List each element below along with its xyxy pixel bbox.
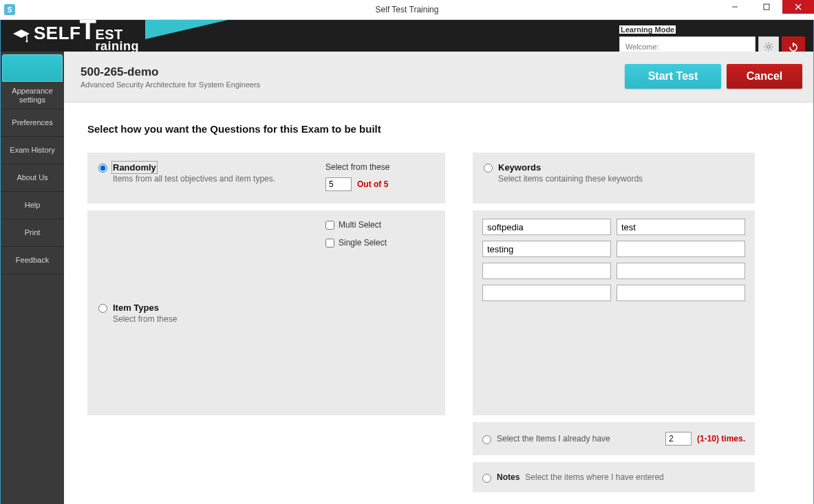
keyword-input-3[interactable] <box>482 241 611 257</box>
window-title: Self Test Training <box>0 5 814 14</box>
sidebar-item-help[interactable]: Help <box>1 192 64 219</box>
item-types-sub: Select from these <box>113 314 177 324</box>
notes-sub: Select the items where I have entered <box>525 472 663 482</box>
keyword-input-7[interactable] <box>482 285 611 301</box>
check-single-select[interactable] <box>325 239 334 248</box>
radio-randomly[interactable] <box>98 164 107 173</box>
keyword-input-2[interactable] <box>617 219 745 235</box>
option-item-types: Item Types Select from these <box>87 210 314 415</box>
radio-notes[interactable] <box>482 474 491 483</box>
keywords-sub: Select items containing these keywords <box>498 174 643 184</box>
option-randomly: Randomly Items from all test objectives … <box>87 153 314 204</box>
out-of-label: Out of 5 <box>357 179 388 189</box>
select-from-label: Select from these <box>325 162 434 172</box>
sidebar-item-print[interactable]: Print <box>1 219 64 247</box>
exam-subtitle: Advanced Security Architecture for Syste… <box>81 80 260 89</box>
content-header: 500-265-demo Advanced Security Architect… <box>64 52 813 102</box>
select-from-input[interactable] <box>325 177 352 191</box>
randomly-label: Randomly <box>113 162 156 173</box>
already-have-label: Select the Items I already have <box>497 434 610 443</box>
svg-point-7 <box>767 45 770 47</box>
sidebar-item-about[interactable]: About Us <box>1 164 64 192</box>
start-test-button[interactable]: Start Test <box>625 64 721 89</box>
already-have-input[interactable] <box>665 432 692 446</box>
logo: SELFTESTraining <box>12 20 139 52</box>
already-have-suffix: (1-10) times. <box>697 434 745 443</box>
keywords-inputs <box>473 210 755 415</box>
keyword-input-4[interactable] <box>617 241 745 257</box>
app-icon: S <box>0 0 19 20</box>
sidebar-item-active[interactable] <box>2 54 63 82</box>
randomly-sub: Items from all test objectives and item … <box>113 174 275 184</box>
sidebar-item-feedback[interactable]: Feedback <box>1 247 64 274</box>
keyword-input-5[interactable] <box>482 263 611 279</box>
sidebar: Appearance settings Preferences Exam His… <box>1 52 64 504</box>
svg-line-15 <box>765 49 766 50</box>
exam-title: 500-265-demo <box>81 65 260 79</box>
item-types-checks: Multi Select Single Select <box>314 210 445 415</box>
select-from-card: Select from these Out of 5 <box>314 153 445 204</box>
keywords-label: Keywords <box>498 162 541 173</box>
check-multi-select[interactable] <box>325 221 334 230</box>
option-keywords: Keywords Select items containing these k… <box>473 153 755 204</box>
content: 500-265-demo Advanced Security Architect… <box>64 52 813 504</box>
single-select-label: Single Select <box>339 238 387 248</box>
gear-icon <box>763 41 774 52</box>
radio-keywords[interactable] <box>484 164 493 173</box>
close-button[interactable] <box>782 0 814 14</box>
learning-mode-label: Learning Mode <box>619 25 676 34</box>
sidebar-item-appearance[interactable]: Appearance settings <box>1 82 64 109</box>
notes-label: Notes <box>497 472 520 482</box>
item-types-label: Item Types <box>113 303 159 313</box>
svg-point-6 <box>26 41 28 43</box>
keyword-input-8[interactable] <box>617 285 745 301</box>
sidebar-item-exam-history[interactable]: Exam History <box>1 137 64 164</box>
sidebar-item-preferences[interactable]: Preferences <box>1 109 64 137</box>
keyword-input-6[interactable] <box>617 263 745 279</box>
svg-line-14 <box>771 43 771 44</box>
keyword-input-1[interactable] <box>482 219 611 235</box>
section-heading: Select how you want the Questions for th… <box>87 123 793 135</box>
app-header: SELFTESTraining Learning Mode Welcome: <box>1 20 813 52</box>
multi-select-label: Multi Select <box>339 220 381 230</box>
titlebar: S Self Test Training <box>0 0 814 20</box>
option-notes: Notes Select the items where I have ente… <box>473 462 755 492</box>
radio-item-types[interactable] <box>98 304 107 313</box>
power-icon <box>788 41 799 52</box>
svg-line-12 <box>765 43 766 44</box>
svg-rect-1 <box>764 4 769 10</box>
radio-already-have[interactable] <box>482 435 491 444</box>
cancel-button[interactable]: Cancel <box>727 64 802 89</box>
svg-line-13 <box>771 49 771 50</box>
maximize-button[interactable] <box>751 0 782 14</box>
option-already-have: Select the Items I already have (1-10) t… <box>473 422 755 455</box>
minimize-button[interactable] <box>719 0 751 14</box>
